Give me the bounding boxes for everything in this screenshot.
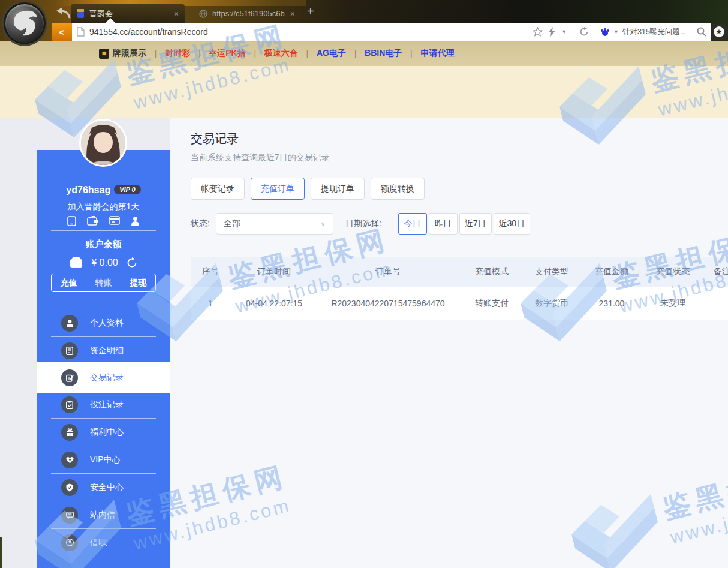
globe-icon [199,10,207,18]
sidebar-item-welfare[interactable]: 福利中心 [37,419,170,446]
new-tab-button[interactable]: + [307,5,314,19]
link-ag[interactable]: AG电子 [317,48,346,59]
link-separator: | [305,49,309,58]
wallet-icon[interactable] [87,216,98,226]
address-bar[interactable]: 941554.cc/account/transRecord ▼ ▼ 针对315曝… [72,23,711,41]
deposit-button[interactable]: 充值 [52,274,86,291]
url-text[interactable]: 941554.cc/account/transRecord [89,27,528,37]
search-box[interactable]: ▼ 针对315曝光问题... [595,23,706,41]
balance-amount: ¥ 0.00 [91,257,118,268]
sidebar-divider [51,305,156,305]
account-sidebar: yd76hsagVIP 0 加入晋爵会的第1天 账户余额 ¥ 0.00 充值 转… [37,150,170,568]
license-icon: ✹ [99,49,109,59]
link-separator: | [409,49,413,58]
lightning-dropdown-icon[interactable]: ▼ [561,29,567,35]
sidebar-item-funds[interactable]: 资金明细 [37,337,170,364]
tab-separator [189,7,189,20]
link-liuhe[interactable]: 极速六合 [264,48,298,59]
sidebar-item-vip[interactable]: VIP中心 [37,446,170,473]
baidu-paw-icon[interactable] [600,27,610,37]
license-link[interactable]: ✹ 牌照展示 [99,48,146,59]
link-separator: | [154,49,158,58]
refresh-balance-icon[interactable] [127,257,137,268]
date-7days-button[interactable]: 近7日 [459,213,492,235]
sidebar-menu: 个人资料 资金明细 交易记录 投注记录 福利中心 [37,309,170,556]
tab-close-icon[interactable]: × [290,9,295,19]
date-30days-button[interactable]: 近30日 [494,213,531,235]
refresh-icon[interactable] [579,27,589,37]
active-tab-pointer [106,18,115,23]
browser-tab-background[interactable]: https://c51f61905c6b × [193,4,301,23]
link-ssc[interactable]: 时时彩 [165,48,190,59]
vip-heart-icon [61,452,78,468]
lightning-icon[interactable] [549,27,555,37]
date-today-button[interactable]: 今日 [398,213,427,235]
tab-account-changes[interactable]: 帐变记录 [191,178,245,200]
search-icon[interactable] [697,27,706,37]
withdraw-button[interactable]: 提现 [121,274,155,291]
link-bbin[interactable]: BBIN电子 [365,48,402,59]
user-avatar[interactable] [79,119,127,167]
table-row: 1 04-04 22:07:15 R2023040422071547596447… [191,287,728,320]
bookmark-star-icon[interactable] [533,27,543,37]
page-icon [77,27,85,37]
browser-chrome: 晋爵会 × https://c51f61905c6b × + < 941554.… [0,0,728,41]
browser-tab-active[interactable]: 晋爵会 × [71,4,185,23]
status-select[interactable]: 全部 ∨ [216,213,333,235]
site-header: 晋爵会 55585.cc 首页HOME 视讯直播LIVE 热电子游艺EGAME … [0,66,728,118]
tab-deposit-orders[interactable]: 充值订单 [251,178,305,200]
search-engine-dropdown-icon[interactable]: ▼ [613,29,619,35]
tab-title: https://c51f61905c6b [212,9,285,18]
clipboard-check-icon [61,396,78,413]
page-body: yd76hsagVIP 0 加入晋爵会的第1天 账户余额 ¥ 0.00 充值 转… [0,118,728,568]
tab-title: 晋爵会 [89,8,169,19]
message-icon [61,507,78,524]
date-yesterday-button[interactable]: 昨日 [429,213,458,235]
cheetah-icon [5,4,44,43]
user-icon[interactable] [131,216,140,226]
sidebar-item-transactions[interactable]: 交易记录 [37,362,170,393]
sidebar-item-bets[interactable]: 投注记录 [37,391,170,418]
coin-face-icon [61,534,78,551]
chevron-down-icon: ∨ [321,220,326,228]
cheetah-browser-logo[interactable] [4,2,46,44]
link-agent[interactable]: 申请代理 [420,48,454,59]
tab-withdraw-orders[interactable]: 提现订单 [311,178,365,200]
link-separator: | [197,49,201,58]
browser-back-history-icon[interactable] [55,7,71,19]
sidebar-item-profile[interactable]: 个人资料 [37,309,170,336]
search-suggestion-text[interactable]: 针对315曝光问题... [622,27,693,37]
favorites-button[interactable]: ★ [711,24,727,40]
page-subtitle: 当前系统支持查询最近7日的交易记录 [191,152,330,163]
vip-badge: VIP 0 [114,185,141,194]
wallet-actions: 充值 转账 提现 [51,274,156,292]
tab-close-icon[interactable]: × [174,9,179,19]
page-title: 交易记录 [191,131,239,147]
sidebar-item-loan[interactable]: 借呗 [37,529,170,556]
transfer-button[interactable]: 转账 [86,274,121,291]
table-header-row: 序号 订单时间 订单号 充值模式 支付类型 充值金额 充值状态 备注 [191,257,728,287]
phone-icon[interactable] [67,216,76,226]
sidebar-item-messages[interactable]: 站内信 [37,501,170,528]
date-label: 日期选择: [345,218,381,229]
card-icon[interactable] [109,216,120,225]
link-pk10[interactable]: 幸运PK拾 [209,48,245,59]
date-filter-group: 今日 昨日 近7日 近30日 [398,213,530,235]
user-icon [61,315,78,332]
ledger-icon [61,342,78,359]
purse-icon [70,257,83,268]
username: yd76hsag [66,185,110,195]
balance-title: 账户余额 [37,239,170,250]
sidebar-item-security[interactable]: 安全中心 [37,474,170,501]
status-label: 状态: [191,218,210,229]
back-button[interactable]: < [52,23,72,41]
tab-quota-transfer[interactable]: 额度转换 [371,178,425,200]
site-favicon-icon [77,9,85,18]
filter-row: 状态: 全部 ∨ 日期选择: 今日 昨日 近7日 近30日 [191,213,530,235]
link-separator: | [253,49,257,58]
window-edge [0,537,2,568]
record-tabs: 帐变记录 充值订单 提现订单 额度转换 [191,178,425,200]
shield-check-icon [61,479,78,496]
record-pen-icon [61,369,78,386]
join-days-text: 加入晋爵会的第1天 [37,202,170,212]
